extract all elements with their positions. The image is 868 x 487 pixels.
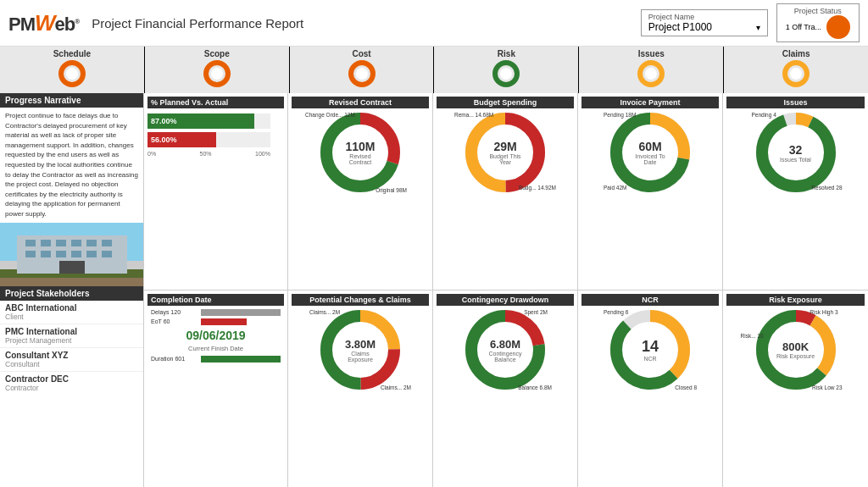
- dropdown-chevron-icon: ▾: [756, 23, 760, 32]
- planned-vs-actual-widget: % Planned Vs. Actual 87.00% 56.00%: [144, 93, 288, 290]
- stakeholder-role-1: Client: [5, 313, 138, 321]
- axis-end: 100%: [255, 151, 270, 157]
- potential-changes-label: Claims Exposure: [339, 350, 381, 362]
- svg-rect-21: [102, 240, 112, 246]
- revised-contract-value: 110M: [339, 140, 381, 153]
- actual-bar-track: 56.00%: [147, 132, 270, 147]
- stakeholder-item-2: PMC International Project Management: [0, 324, 143, 348]
- resolved-annotation: Resolved 28: [811, 185, 842, 191]
- svg-point-5: [356, 68, 368, 80]
- potential-changes-value: 3.80M: [339, 337, 381, 350]
- axis-mid: 50%: [200, 151, 212, 157]
- project-name-label: Project Name: [648, 13, 760, 21]
- issues-label: Issues: [581, 49, 721, 58]
- risk-donut-icon: [491, 58, 521, 89]
- potential-changes-widget: Potential Changes & Claims 3.80M Claims …: [288, 291, 433, 488]
- top-widgets-row: % Planned Vs. Actual 87.00% 56.00%: [144, 93, 868, 291]
- project-status-label: Project Status: [786, 7, 850, 15]
- issues-widget: Issues 32 Issues Total Pending 4 Resolve…: [723, 93, 868, 290]
- risk-exposure-header: Risk Exposure: [726, 294, 865, 306]
- invoice-payment-header: Invoice Payment: [581, 97, 719, 108]
- planned-bar-fill: 87.00%: [147, 113, 254, 129]
- paid-annotation: Paid 42M: [604, 185, 626, 191]
- svg-rect-23: [41, 251, 51, 257]
- svg-point-1: [66, 68, 78, 80]
- planned-vs-actual-header: % Planned Vs. Actual: [147, 97, 284, 108]
- main-content: Progress Narrative Project continue to f…: [0, 93, 868, 487]
- status-cell-claims: Claims: [724, 47, 868, 93]
- stakeholder-item-4: Contractor DEC Contractor: [0, 372, 143, 395]
- delays-bar: [201, 309, 281, 316]
- invoice-payment-widget: Invoice Payment 60M Invoiced To Date Pen…: [578, 93, 723, 290]
- status-row: Schedule Scope Cost Risk Issues: [0, 47, 868, 93]
- status-cell-schedule: Schedule: [0, 47, 144, 93]
- stakeholder-item-3: Consultant XYZ Consultant: [0, 348, 143, 372]
- building-svg: [0, 223, 143, 286]
- narrative-text: Project continue to face delays due to C…: [0, 108, 143, 223]
- project-name-value: Project P1000: [648, 21, 712, 33]
- svg-rect-24: [56, 251, 66, 257]
- cost-donut-icon: [347, 58, 377, 89]
- stakeholder-item-1: ABC International Client: [0, 301, 143, 324]
- axis-start: 0%: [147, 151, 156, 157]
- change-order-annotation: Change Orde... 12M: [305, 112, 355, 118]
- revised-contract-widget: Revised Contract 110M Revised Contract: [288, 93, 433, 290]
- schedule-donut-icon: [57, 58, 87, 89]
- status-cell-risk: Risk: [434, 47, 578, 93]
- svg-rect-27: [102, 251, 112, 257]
- budget-spending-value: 29M: [484, 140, 526, 153]
- budget-spending-donut-wrapper: 29M Budget This Year Rema... 14.68M Budg…: [463, 110, 548, 195]
- issues-widget-header: Issues: [726, 97, 865, 108]
- stakeholder-name-1: ABC International: [5, 303, 138, 313]
- project-name-box[interactable]: Project Name Project P1000 ▾: [641, 9, 768, 36]
- ncr-donut-center: 14 NCR: [642, 338, 659, 362]
- risk-label: Risk: [436, 49, 576, 58]
- completion-date-value: 09/06/2019: [151, 329, 281, 342]
- claims-top-annotation: Claims... 2M: [309, 309, 340, 315]
- budget-spending-donut-center: 29M Budget This Year: [484, 140, 526, 165]
- risk-exposure-donut-wrapper: 800K Risk Exposure Risk High 3 Risk... 1…: [754, 307, 838, 392]
- potential-changes-donut-wrapper: 3.80M Claims Exposure Claims... 2M Claim…: [318, 307, 403, 392]
- potential-changes-header: Potential Changes & Claims: [292, 294, 429, 306]
- svg-rect-22: [25, 251, 36, 257]
- claims-donut-icon: [781, 58, 811, 89]
- scope-donut-icon: [202, 58, 232, 89]
- balance-annotation: Balance 6.8M: [518, 385, 552, 390]
- invoice-payment-label: Invoiced To Date: [629, 153, 671, 165]
- stakeholder-role-4: Contractor: [5, 384, 138, 392]
- header: PMWeb® Project Financial Performance Rep…: [0, 0, 868, 47]
- ncr-widget: NCR 14 NCR Pending 6 Closed 8: [578, 291, 723, 488]
- contingency-donut-wrapper: 6.80M Contingency Balance Spent 2M Balan…: [463, 307, 548, 392]
- contingency-widget: Contingency Drawdown 6.80M Contingency B…: [433, 291, 578, 488]
- stakeholder-name-3: Consultant XYZ: [5, 351, 138, 360]
- completion-date-header: Completion Date: [147, 294, 284, 306]
- issues-donut-label: Issues Total: [780, 157, 811, 163]
- issues-donut-icon: [636, 58, 666, 89]
- contingency-value: 6.80M: [484, 337, 526, 350]
- invoice-payment-donut-center: 60M Invoiced To Date: [629, 140, 671, 165]
- svg-rect-20: [86, 240, 97, 246]
- budget-spending-header: Budget Spending: [437, 97, 574, 108]
- remaining-annotation: Rema... 14.68M: [454, 112, 493, 118]
- right-panel: % Planned Vs. Actual 87.00% 56.00%: [144, 93, 868, 487]
- ncr-header: NCR: [581, 294, 719, 306]
- svg-rect-18: [56, 240, 66, 246]
- completion-date-widget: Completion Date Delays 120 EoT 60 09/06/…: [144, 291, 288, 488]
- svg-rect-26: [86, 251, 97, 257]
- svg-rect-19: [71, 240, 81, 246]
- project-status-sub: 1 Off Tra...: [786, 23, 821, 31]
- scope-label: Scope: [147, 49, 287, 58]
- status-cell-scope: Scope: [145, 47, 289, 93]
- svg-point-9: [645, 68, 657, 80]
- header-controls: Project Name Project P1000 ▾ Project Sta…: [641, 3, 860, 42]
- ncr-label: NCR: [642, 356, 659, 362]
- revised-contract-donut-wrapper: 110M Revised Contract Change Orde... 12M…: [318, 110, 403, 195]
- potential-changes-donut-center: 3.80M Claims Exposure: [339, 337, 381, 362]
- project-status-box: Project Status 1 Off Tra...: [776, 3, 860, 42]
- stakeholder-name-4: Contractor DEC: [5, 374, 138, 384]
- pending-payment-annotation: Pending 18M: [604, 112, 636, 118]
- stakeholder-name-2: PMC International: [5, 327, 138, 336]
- original-annotation: Original 98M: [376, 187, 407, 193]
- bottom-widgets-row: Completion Date Delays 120 EoT 60 09/06/…: [144, 291, 868, 488]
- progress-narrative-header: Progress Narrative: [0, 93, 143, 108]
